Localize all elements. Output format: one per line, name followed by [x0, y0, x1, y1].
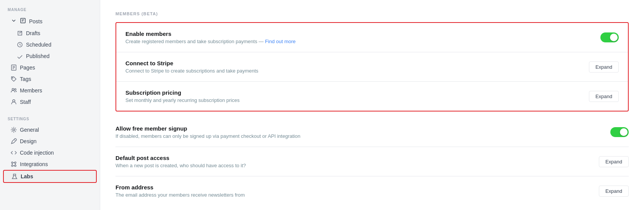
enable-members-title: Enable members [125, 31, 600, 37]
svg-rect-0 [21, 18, 25, 23]
default-access-expand-button[interactable]: Expand [599, 156, 629, 167]
posts-icon [20, 18, 26, 25]
design-label: Design [20, 138, 37, 144]
svg-point-15 [15, 162, 16, 163]
default-access-title: Default post access [115, 155, 599, 161]
sidebar-item-members[interactable]: Members [3, 85, 97, 96]
posts-children: Drafts Scheduled Published [0, 27, 100, 62]
published-icon [17, 53, 23, 59]
svg-point-11 [13, 100, 15, 102]
integrations-icon [11, 161, 17, 167]
section-title: MEMBERS (BETA) [115, 11, 629, 16]
general-icon [11, 127, 17, 133]
sidebar-item-integrations[interactable]: Integrations [3, 158, 97, 170]
main-content: MEMBERS (BETA) Enable members Create reg… [100, 0, 644, 210]
sidebar-item-labs[interactable]: Labs [3, 170, 97, 183]
code-injection-label: Code injection [20, 150, 54, 156]
default-access-desc: When a new post is created, who should h… [115, 163, 599, 168]
from-address-desc: The email address your members receive n… [115, 192, 599, 198]
manage-section-label: MANAGE [0, 8, 100, 15]
staff-icon [11, 99, 17, 105]
subscription-pricing-row: Subscription pricing Set monthly and yea… [116, 82, 628, 111]
sidebar-item-code-injection[interactable]: Code injection [3, 147, 97, 158]
code-injection-icon [11, 150, 17, 156]
from-address-title: From address [115, 184, 599, 191]
find-out-more-link[interactable]: Find out more [265, 39, 296, 44]
svg-point-17 [15, 165, 16, 166]
connect-stripe-desc: Connect to Stripe to create subscription… [125, 68, 589, 74]
free-signup-row: Allow free member signup If disabled, me… [115, 118, 629, 147]
subscription-pricing-title: Subscription pricing [125, 89, 589, 96]
connect-stripe-row: Connect to Stripe Connect to Stripe to c… [116, 52, 628, 82]
from-address-expand-button[interactable]: Expand [599, 186, 629, 197]
scheduled-icon [17, 42, 23, 48]
labs-label: Labs [21, 173, 33, 179]
enable-members-desc: Create registered members and take subsc… [125, 39, 600, 44]
enable-members-toggle[interactable] [600, 32, 619, 42]
free-signup-title: Allow free member signup [115, 125, 610, 132]
sidebar: MANAGE Posts Drafts Scheduled Pub [0, 0, 100, 210]
svg-line-13 [15, 140, 15, 141]
connect-stripe-title: Connect to Stripe [125, 60, 589, 66]
members-icon [11, 87, 17, 94]
pages-label: Pages [20, 65, 35, 71]
enable-members-info: Enable members Create registered members… [125, 31, 600, 44]
published-label: Published [26, 53, 50, 59]
design-icon [11, 138, 17, 144]
from-address-row: From address The email address your memb… [115, 176, 629, 205]
sidebar-item-tags[interactable]: Tags [3, 73, 97, 85]
subscription-pricing-expand-button[interactable]: Expand [589, 91, 619, 102]
sidebar-item-posts[interactable]: Posts [3, 15, 97, 27]
svg-point-12 [13, 129, 15, 131]
staff-label: Staff [20, 99, 31, 105]
pages-icon [11, 65, 17, 71]
tags-label: Tags [20, 76, 31, 82]
drafts-label: Drafts [26, 30, 40, 36]
sidebar-item-scheduled[interactable]: Scheduled [9, 39, 97, 50]
free-signup-toggle[interactable] [610, 127, 629, 137]
svg-point-14 [11, 162, 13, 163]
enable-members-desc-text: Create registered members and take subsc… [125, 39, 265, 44]
sidebar-item-drafts[interactable]: Drafts [9, 27, 97, 39]
connect-stripe-expand-button[interactable]: Expand [589, 61, 619, 73]
members-label: Members [20, 87, 42, 94]
connect-stripe-info: Connect to Stripe Connect to Stripe to c… [125, 60, 589, 74]
sidebar-item-design[interactable]: Design [3, 136, 97, 147]
settings-section-label: SETTINGS [0, 117, 100, 124]
default-access-row: Default post access When a new post is c… [115, 147, 629, 176]
free-signup-info: Allow free member signup If disabled, me… [115, 125, 610, 139]
tags-icon [11, 76, 17, 82]
sidebar-item-staff[interactable]: Staff [3, 96, 97, 108]
default-access-info: Default post access When a new post is c… [115, 155, 599, 168]
subscription-pricing-info: Subscription pricing Set monthly and yea… [125, 89, 589, 103]
labs-icon [11, 173, 18, 179]
svg-point-16 [11, 165, 13, 166]
sidebar-item-pages[interactable]: Pages [3, 62, 97, 73]
integrations-label: Integrations [20, 161, 48, 167]
sidebar-item-published[interactable]: Published [9, 50, 97, 62]
drafts-icon [17, 30, 23, 36]
subscription-pricing-desc: Set monthly and yearly recurring subscri… [125, 97, 589, 103]
svg-point-10 [15, 89, 16, 90]
scheduled-label: Scheduled [26, 42, 51, 48]
free-signup-desc: If disabled, members can only be signed … [115, 133, 610, 139]
general-label: General [20, 127, 39, 133]
svg-point-8 [12, 78, 13, 78]
svg-point-9 [12, 89, 14, 90]
sidebar-item-general[interactable]: General [3, 124, 97, 136]
enable-members-row: Enable members Create registered members… [116, 23, 628, 52]
from-address-info: From address The email address your memb… [115, 184, 599, 198]
members-beta-card: Enable members Create registered members… [115, 22, 629, 111]
chevron-down-icon [11, 18, 17, 25]
posts-label: Posts [29, 18, 42, 24]
